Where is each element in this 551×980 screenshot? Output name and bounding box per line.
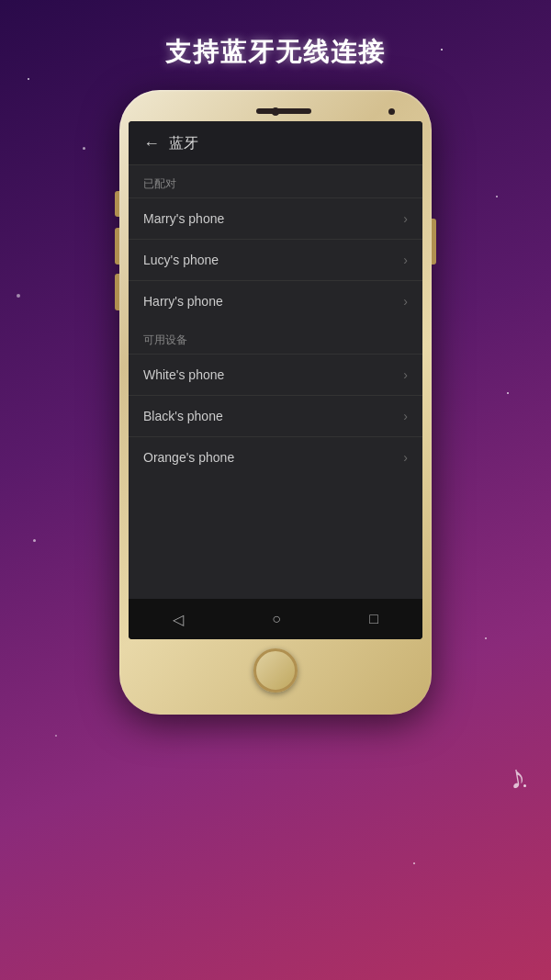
- chevron-icon-marry: ›: [403, 211, 408, 226]
- front-camera: [272, 107, 280, 116]
- app-title: 蓝牙: [169, 134, 198, 153]
- app-header: ← 蓝牙: [129, 121, 422, 165]
- home-nav-button[interactable]: ○: [272, 611, 281, 627]
- available-device-black[interactable]: Black's phone ›: [129, 395, 422, 436]
- available-device-orange-name: Orange's phone: [143, 450, 234, 465]
- page-title: 支持蓝牙无线连接: [165, 35, 386, 70]
- chevron-icon-black: ›: [403, 409, 408, 423]
- nav-bar: ◁ ○ □: [129, 599, 422, 639]
- chevron-icon-harry: ›: [403, 294, 408, 309]
- phone-screen: ← 蓝牙 已配对 Marry's phone › Lucy's phone › …: [129, 121, 422, 639]
- chevron-icon-lucy: ›: [403, 253, 408, 267]
- proximity-sensor: [388, 108, 395, 115]
- back-nav-button[interactable]: ◁: [173, 611, 184, 628]
- recent-nav-button[interactable]: □: [369, 611, 378, 627]
- chevron-icon-white: ›: [403, 367, 408, 382]
- available-device-white-name: White's phone: [143, 367, 224, 382]
- paired-device-harry[interactable]: Harry's phone ›: [129, 280, 422, 321]
- phone-shell: ← 蓝牙 已配对 Marry's phone › Lucy's phone › …: [119, 90, 432, 715]
- chevron-icon-orange: ›: [403, 450, 408, 465]
- phone-bottom-area: [129, 639, 422, 702]
- music-note-decoration: ♪: [505, 757, 528, 797]
- available-section-label: 可用设备: [129, 321, 422, 354]
- paired-section-label: 已配对: [129, 165, 422, 197]
- available-device-white[interactable]: White's phone ›: [129, 354, 422, 395]
- paired-device-lucy-name: Lucy's phone: [143, 253, 219, 267]
- paired-device-marry[interactable]: Marry's phone ›: [129, 197, 422, 239]
- back-button[interactable]: ←: [143, 134, 160, 153]
- volume-down-button: [115, 274, 119, 310]
- paired-device-marry-name: Marry's phone: [143, 211, 224, 226]
- available-device-black-name: Black's phone: [143, 409, 223, 423]
- mute-button: [115, 191, 119, 217]
- available-device-orange[interactable]: Orange's phone ›: [129, 436, 422, 478]
- bluetooth-content: 已配对 Marry's phone › Lucy's phone › Harry…: [129, 165, 422, 599]
- paired-device-lucy[interactable]: Lucy's phone ›: [129, 239, 422, 280]
- home-button[interactable]: [253, 648, 298, 693]
- volume-up-button: [115, 228, 119, 265]
- earpiece-speaker: [256, 108, 311, 114]
- power-button: [432, 219, 436, 265]
- phone-top-bar: [129, 103, 422, 121]
- paired-device-harry-name: Harry's phone: [143, 294, 223, 309]
